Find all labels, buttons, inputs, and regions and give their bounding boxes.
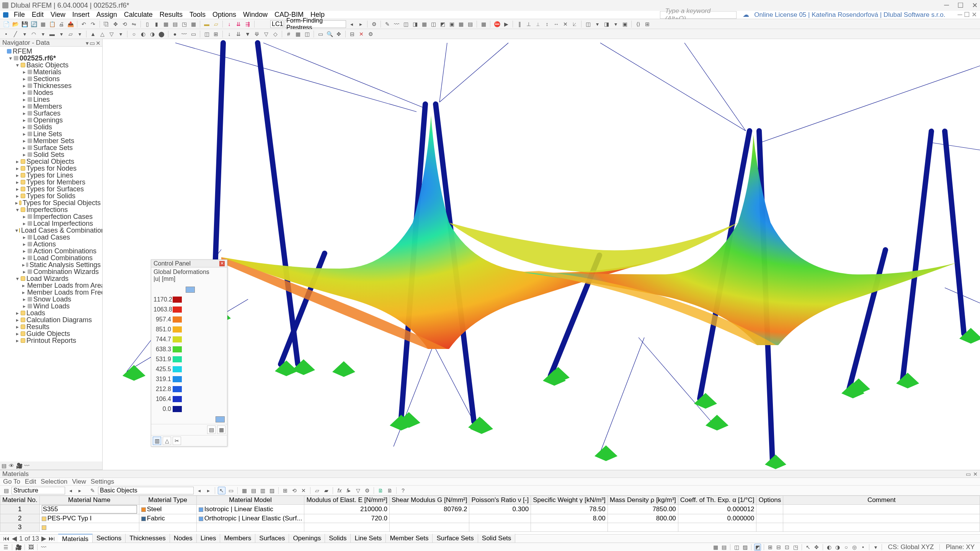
- tree-item[interactable]: ▸Solids: [0, 124, 102, 130]
- prev-lc-icon[interactable]: ◂: [348, 20, 355, 28]
- minimize-button[interactable]: ─: [944, 1, 949, 10]
- sb-r7-icon[interactable]: ⊟: [775, 544, 782, 551]
- navigator-tree[interactable]: RFEM ▾002525.rf6* ▾Basic Objects ▸Materi…: [0, 47, 102, 461]
- bottom-tab[interactable]: Thicknesses: [126, 534, 170, 544]
- dim5-icon[interactable]: ↔: [552, 20, 560, 28]
- tree-item[interactable]: ▸Surfaces: [0, 110, 102, 117]
- menu-assign[interactable]: Assign: [93, 10, 120, 20]
- bottom-tab[interactable]: Line Sets: [351, 534, 386, 544]
- bottom-tab[interactable]: Surface Sets: [433, 534, 478, 544]
- save-icon[interactable]: 💾: [21, 20, 28, 28]
- sb-r14-icon[interactable]: ○: [843, 544, 849, 551]
- bp-csv-icon[interactable]: 🗎: [386, 487, 394, 494]
- tree-item[interactable]: ▸Load Combinations: [0, 254, 102, 261]
- res7-icon[interactable]: ◩: [439, 20, 446, 28]
- tree-item[interactable]: ▸Types for Solids: [0, 192, 102, 199]
- sb-r1-icon[interactable]: ▦: [712, 544, 719, 551]
- bottom-tab[interactable]: Openings: [289, 534, 325, 544]
- new-icon[interactable]: 📄: [2, 20, 10, 28]
- tree-item[interactable]: ▸Wind Loads: [0, 303, 102, 310]
- cp-tab-colors[interactable]: ▥: [153, 437, 161, 445]
- cp-close-icon[interactable]: ×: [219, 261, 225, 266]
- cp-tab-filter[interactable]: ✂: [173, 437, 181, 445]
- bp-group-icon[interactable]: ✎: [89, 487, 96, 494]
- nav-float-icon[interactable]: ▭: [90, 40, 95, 47]
- res2-icon[interactable]: 〰: [393, 20, 400, 28]
- bp-float-icon[interactable]: ▭: [966, 471, 971, 477]
- bp-group-field[interactable]: Basic Objects: [98, 487, 194, 494]
- view3-icon[interactable]: ◨: [603, 20, 610, 28]
- load3-icon[interactable]: ▼: [244, 30, 252, 38]
- tree-item[interactable]: ▸Member Loads from Area Load: [0, 282, 102, 289]
- res6-icon[interactable]: ◫: [430, 20, 437, 28]
- loadcase-number[interactable]: LC1: [270, 20, 283, 28]
- arc-tool-icon[interactable]: ◠: [30, 30, 38, 38]
- tree-item[interactable]: ▸Combination Wizards: [0, 268, 102, 275]
- sb1-icon[interactable]: ☰: [2, 544, 9, 551]
- cube2-icon[interactable]: ▦: [189, 20, 197, 28]
- bp-fx-icon[interactable]: fx: [336, 487, 343, 494]
- sb-r8-icon[interactable]: ⊡: [784, 544, 791, 551]
- sb3-icon[interactable]: 〰: [40, 544, 47, 551]
- res1-icon[interactable]: ✎: [384, 20, 391, 28]
- tree-item[interactable]: ▸Openings: [0, 117, 102, 124]
- menu-insert[interactable]: Insert: [69, 10, 93, 20]
- tree-item[interactable]: ▸Action Combinations: [0, 248, 102, 254]
- script-icon[interactable]: ⟨⟩: [634, 20, 642, 28]
- hinge4-icon[interactable]: ⬤: [158, 30, 165, 38]
- table-row[interactable]: 3: [0, 523, 980, 532]
- table-row[interactable]: 2PES-PVC Typ IFabricOrthotropic | Linear…: [0, 514, 980, 523]
- supp3-icon[interactable]: ▽: [108, 30, 115, 38]
- hinge1-icon[interactable]: ○: [130, 30, 138, 38]
- bp-t4-icon[interactable]: ▨: [268, 487, 276, 494]
- cp-tab-factors[interactable]: △: [163, 437, 171, 445]
- sb-r10-icon[interactable]: ↖: [805, 544, 812, 551]
- bp-selection[interactable]: Selection: [41, 478, 67, 486]
- panel2-icon[interactable]: ▮: [153, 20, 160, 28]
- bp-view[interactable]: View: [72, 478, 86, 486]
- loads2-icon[interactable]: ⇊: [235, 20, 242, 28]
- tree-item[interactable]: ▸Lines: [0, 96, 102, 103]
- load1-icon[interactable]: ↓: [225, 30, 233, 38]
- dim1-icon[interactable]: ‖: [516, 20, 523, 28]
- nf1-icon[interactable]: ◫: [203, 30, 211, 38]
- tree-item[interactable]: ▸Member Loads from Free Line Load: [0, 289, 102, 296]
- render-canvas[interactable]: [103, 39, 980, 470]
- bottom-tab[interactable]: Sections: [93, 534, 126, 544]
- sb-r13-icon[interactable]: ◑: [834, 544, 841, 551]
- sb2-icon[interactable]: 🖼: [28, 544, 34, 551]
- node-tool-icon[interactable]: •: [2, 30, 10, 38]
- tree-item[interactable]: ▸Imperfection Cases: [0, 213, 102, 220]
- sb-r15-icon[interactable]: ◎: [851, 544, 858, 551]
- view2-icon[interactable]: ▾: [593, 20, 601, 28]
- rotate-icon[interactable]: ⟲: [121, 20, 129, 28]
- copy-icon[interactable]: ⿻: [103, 20, 110, 28]
- play-icon[interactable]: ▶: [502, 20, 510, 28]
- move-icon[interactable]: ✥: [112, 20, 119, 28]
- menu-options[interactable]: Options: [209, 10, 239, 20]
- tree-item[interactable]: ▸Loads: [0, 310, 102, 316]
- line-tool-icon[interactable]: ╱: [11, 30, 19, 38]
- tree-item[interactable]: ▸Line Sets: [0, 130, 102, 137]
- bp-t9-icon[interactable]: ▰: [322, 487, 330, 494]
- cp-btn1-icon[interactable]: ▤: [207, 425, 216, 434]
- bp-gnext-icon[interactable]: ▸: [204, 487, 212, 494]
- bp-filter-icon[interactable]: ▽: [354, 487, 362, 494]
- bp-prev-icon[interactable]: ◂: [67, 487, 74, 494]
- pg-first-icon[interactable]: ⏮: [3, 535, 10, 543]
- nav-tab2-icon[interactable]: 👁: [8, 462, 15, 469]
- redo-icon[interactable]: ↷: [89, 20, 97, 28]
- bp-t2-icon[interactable]: ▤: [250, 487, 257, 494]
- load5-icon[interactable]: ▽: [262, 30, 270, 38]
- sb-r11-icon[interactable]: ✥: [813, 544, 820, 551]
- vis1-icon[interactable]: ▦: [294, 30, 302, 38]
- dim4-icon[interactable]: ↕: [543, 20, 551, 28]
- nav-tab1-icon[interactable]: ▤: [0, 462, 8, 469]
- load2-icon[interactable]: ⇊: [235, 30, 242, 38]
- dim6-icon[interactable]: ✕: [562, 20, 569, 28]
- zoom-icon[interactable]: 🔍: [326, 30, 333, 38]
- rigid-icon[interactable]: ▭: [189, 30, 197, 38]
- stop-icon[interactable]: ⛔: [493, 20, 501, 28]
- tree-item[interactable]: ▸Sections: [0, 75, 102, 82]
- materials-grid[interactable]: Material No. Material Name Material Type…: [0, 496, 980, 534]
